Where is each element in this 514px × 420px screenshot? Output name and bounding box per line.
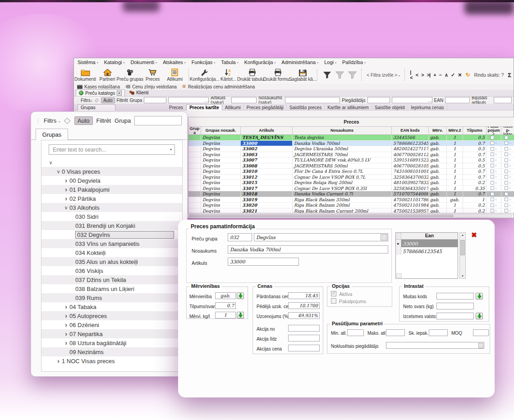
filter-icon[interactable] <box>323 71 331 79</box>
table-row[interactable]: Degvīns 33021 Riga Black Balzam Currant … <box>188 208 514 214</box>
scroll-down-icon[interactable]: ▾ <box>460 274 465 278</box>
tree-item[interactable] <box>41 158 182 167</box>
tree-expander-icon[interactable] <box>63 177 69 184</box>
record-nav-button[interactable]: ✓ <box>451 72 454 78</box>
komplekts-checkbox[interactable] <box>505 186 508 190</box>
tree-item[interactable]: 1 NOC Visas preces <box>41 356 182 365</box>
tree-expander-icon[interactable] <box>63 205 69 211</box>
menu-item[interactable]: Administrēšana▾ <box>281 60 318 65</box>
auto-toggle[interactable]: Auto <box>74 116 93 125</box>
tree-item[interactable]: 04 Tabaka <box>41 302 182 311</box>
table-row[interactable]: Degvīns 33002 Degvīns Ukrainka 500ml 482… <box>188 146 514 152</box>
column-header[interactable]: Pakal-pojums <box>486 127 501 134</box>
tree-item[interactable]: 07 Nepartika <box>41 329 182 338</box>
column-header[interactable]: Nosaukums <box>293 127 392 134</box>
pakalpojums-checkbox[interactable] <box>491 170 494 173</box>
tab-klienti[interactable]: Klienti <box>126 89 151 96</box>
view-tab[interactable]: Atlikumi <box>222 104 244 111</box>
artikuls-field[interactable]: 33000 <box>228 258 299 266</box>
menu-item[interactable]: Funkcijas▾ <box>192 60 215 65</box>
table-row[interactable]: Degvīns 33000 Danzka Vodka 700ml 5788686… <box>188 141 514 147</box>
tree-item[interactable]: 09 Nezināms <box>41 347 182 356</box>
table-row[interactable]: Degvīns 33007 TULLAMORE DEW visk.40%0.5 … <box>188 157 514 163</box>
tree-item[interactable]: 0 Visas preces <box>41 167 182 176</box>
tree-expander-icon[interactable] <box>47 160 54 166</box>
unit-picker-button[interactable] <box>237 312 244 318</box>
record-nav-button[interactable]: < <box>416 72 418 78</box>
ean-filter-input[interactable] <box>445 97 470 103</box>
tree-item[interactable]: 036 Viskijs <box>41 266 182 275</box>
table-row[interactable]: Degvīns 33019 Riga Black Balzam 350ml 47… <box>188 197 514 203</box>
precu-grupa-code-field[interactable]: 032 <box>228 233 252 241</box>
column-header[interactable]: Grupas nosauk. <box>201 127 241 134</box>
scroll-up-icon[interactable]: ▴ <box>460 233 465 237</box>
maks-atl-field[interactable] <box>386 329 405 336</box>
view-tab[interactable]: Preces <box>166 104 186 111</box>
horizontal-scrollbar[interactable] <box>188 214 512 217</box>
muitas-kods-field[interactable] <box>436 293 474 300</box>
pedeja-uzsk-cena-field[interactable]: 10.1700 <box>288 302 320 309</box>
print-form-button[interactable]: Drukāt formu... <box>267 69 289 82</box>
record-nav-button[interactable]: > <box>421 72 423 78</box>
clear-filter-icon[interactable] <box>95 98 99 102</box>
komplekts-checkbox[interactable] <box>505 198 508 201</box>
view-tab[interactable]: Saistītie objekti <box>372 104 408 111</box>
table-row[interactable]: Degvīns 33017 Cognac De Luce VSOP BOX 0,… <box>188 186 514 192</box>
product-groups-button[interactable]: Preču grupas <box>120 69 140 82</box>
tree-item[interactable]: 06 Dzērieni <box>41 320 182 329</box>
komplekts-checkbox[interactable] <box>505 158 508 162</box>
tab-grupas-main[interactable]: Grupas <box>78 104 115 111</box>
country-picker-button[interactable] <box>476 313 483 319</box>
komplekts-checkbox[interactable] <box>505 164 508 167</box>
auto-toggle[interactable]: Auto <box>101 97 115 103</box>
chevron-down-icon[interactable]: ▾ <box>170 148 172 152</box>
column-header[interactable]: Artikuls <box>241 127 293 134</box>
nosaukums-field[interactable]: Danzka Vodka 700ml <box>228 245 388 254</box>
cash-readout-button[interactable]: Kases nolasīšana <box>77 84 120 89</box>
filtret-button[interactable]: Filtrēt <box>96 117 111 124</box>
lookup-button[interactable] <box>381 234 387 240</box>
table-row[interactable]: Degvīns 33020 Riga Black Balzam 200ml 47… <box>188 203 514 208</box>
ean-scrollbar[interactable]: ▴ ▾ <box>459 232 466 279</box>
sales-price-admin-button[interactable]: ⚙Realizācijas cenu administrēšana <box>182 84 255 89</box>
filtret-button[interactable]: Filtrēt <box>117 98 128 103</box>
record-nav-button[interactable]: − <box>439 72 441 78</box>
view-tab[interactable]: Saistītās preces <box>287 104 325 111</box>
configuration-button[interactable]: Konfigurācija... <box>194 69 215 82</box>
tab-grupas[interactable]: Grupas <box>36 129 68 140</box>
pakalpojums-checkbox[interactable] <box>491 203 494 207</box>
partners-button[interactable]: Partneri <box>98 69 116 82</box>
tab-precu-katalogs[interactable]: Preču katalogs ✕ <box>76 89 125 96</box>
komplekts-checkbox[interactable] <box>505 170 508 173</box>
print-table-button[interactable]: Drukāt tabulu... <box>242 69 264 82</box>
view-tab[interactable]: Iepirkuma cenas <box>408 104 447 111</box>
close-icon[interactable]: ✕ <box>117 91 122 96</box>
pakalpojums-checkbox[interactable] <box>491 181 494 185</box>
akcija-lidz-field[interactable] <box>288 335 320 342</box>
tree-item[interactable]: 031 Brendiji un Konjaki <box>41 221 182 230</box>
supplier-lookup-button[interactable] <box>478 343 483 348</box>
pakalpojums-checkbox[interactable] <box>491 192 494 196</box>
tree-expander-icon[interactable] <box>55 357 62 365</box>
view-tab[interactable]: Kartīte ar atlikumiem <box>325 104 372 111</box>
tree-item[interactable]: 02 Pārtika <box>41 194 182 203</box>
record-nav-button[interactable]: >| <box>427 72 431 78</box>
pakalpojums-checkbox[interactable] <box>491 141 494 145</box>
tree-item[interactable]: 032 Degvīns <box>41 230 182 239</box>
komplekts-checkbox[interactable] <box>505 203 508 207</box>
record-nav-button[interactable]: ∧ <box>445 72 448 78</box>
tree-expander-icon[interactable] <box>55 169 62 175</box>
tree-item[interactable]: 03 Alkohols <box>41 203 182 212</box>
filter-select-dropdown[interactable]: < Filtra izvēle > ▾ <box>367 73 400 78</box>
table-row[interactable]: Degvīns 33012 Cognac De Luce VSOP BOX 0,… <box>188 175 514 180</box>
refresh-icon[interactable]: ↻ <box>466 72 470 78</box>
menu-item[interactable]: Atskaites▾ <box>163 60 186 65</box>
pakalpojums-checkbox[interactable] <box>491 136 494 139</box>
tree-item[interactable]: 037 Džins un Tekila <box>41 275 182 284</box>
tree-item[interactable]: 039 Rums <box>41 293 182 302</box>
mervieniba-field[interactable]: gab. <box>215 292 236 299</box>
komplekts-checkbox[interactable] <box>505 209 508 212</box>
search-input[interactable] <box>52 146 168 153</box>
customs-picker-button[interactable] <box>476 293 483 300</box>
table-row[interactable]: Degvīns 33015 Degvīns Belaja Rusj 200ml … <box>188 180 514 186</box>
